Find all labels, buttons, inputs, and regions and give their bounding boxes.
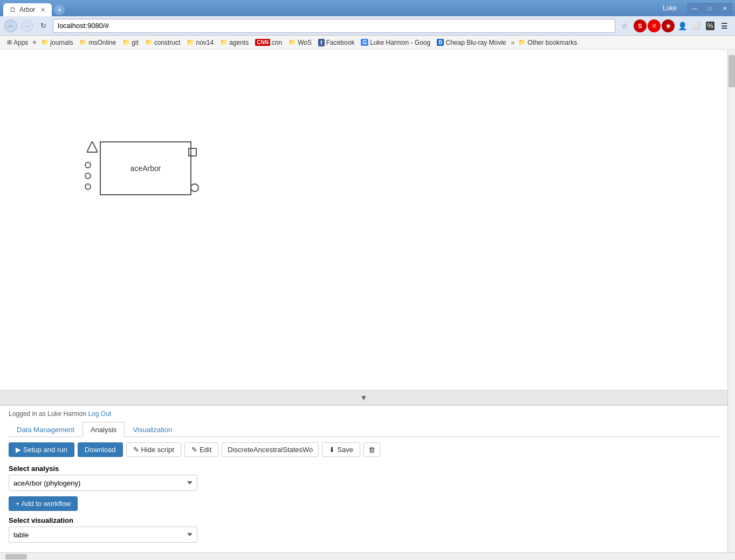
tab-data-management[interactable]: Data Management (9, 422, 83, 437)
bookmark-nov14[interactable]: 📁 nov14 (184, 38, 216, 47)
wos-label: WoS (298, 39, 312, 46)
other-bookmarks-label: Other bookmarks (527, 39, 577, 46)
input-connector-1[interactable] (85, 162, 91, 168)
other-bookmarks[interactable]: 📁 Other bookmarks (516, 38, 580, 47)
scrollbar-thumb[interactable] (729, 55, 735, 87)
setup-run-button[interactable]: ▶ Setup and run (9, 442, 74, 457)
folder-icon: 📁 (145, 39, 153, 46)
bookmark-bluray[interactable]: B Cheap Blu-ray Movie (434, 38, 509, 47)
ext-icon-3[interactable]: ◉ (662, 19, 675, 32)
download-button[interactable]: Download (78, 442, 123, 457)
minimize-button[interactable]: — (688, 3, 702, 13)
window-user-label: Luke (663, 4, 677, 12)
bookmarks-bar: ⊞ Apps ★ 📁 journals 📁 msOnline 📁 git 📁 c… (0, 36, 735, 50)
folder-icon: 📁 (79, 39, 87, 46)
tab-icon: 🗋 (10, 6, 16, 13)
workflow-node[interactable]: aceArbor (78, 136, 197, 201)
bookmark-wos[interactable]: 📁 WoS (286, 38, 314, 47)
cnn-label: cnn (272, 39, 282, 46)
select-visualization-label: Select visualization (9, 516, 719, 524)
add-workflow-group: + Add to workflow (9, 496, 719, 511)
construct-label: construct (154, 39, 181, 46)
h-scrollbar-thumb[interactable] (5, 554, 27, 559)
tab-analysis[interactable]: Analysis (83, 422, 125, 437)
folder-icon: 📁 (518, 39, 526, 46)
login-text: Logged in as Luke Harmon (9, 410, 86, 418)
ext-icon-1[interactable]: S (634, 19, 647, 32)
new-tab-button[interactable]: + (54, 4, 65, 15)
bookmark-apps[interactable]: ⊞ Apps (4, 38, 31, 47)
select-analysis-group: Select analysis aceArbor (phylogeny) Oth… (9, 465, 719, 491)
journals-label: journals (50, 39, 73, 46)
ext-icon-4[interactable]: 👤 (676, 19, 689, 32)
luke-harmon-label: Luke Harmon - Goog (370, 39, 430, 46)
bookmark-luke-harmon[interactable]: G Luke Harmon - Goog (358, 38, 433, 47)
vertical-scrollbar[interactable] (727, 50, 735, 552)
browser-tab[interactable]: 🗋 Arbor ✕ (3, 3, 52, 16)
download-save-icon: ⬇ (329, 446, 335, 454)
bottom-panel: Logged in as Luke Harmon Log Out Data Ma… (0, 405, 727, 552)
logout-link[interactable]: Log Out (88, 410, 111, 418)
apps-label: Apps (13, 39, 28, 46)
close-button[interactable]: ✕ (718, 3, 732, 13)
bookmark-facebook[interactable]: f Facebook (315, 38, 357, 47)
node-box[interactable]: aceArbor (100, 141, 191, 195)
tab-bar-area: 🗋 Arbor ✕ + (3, 0, 661, 16)
tab-close-button[interactable]: ✕ (40, 6, 45, 13)
output-connector-square[interactable] (188, 148, 197, 156)
folder-icon: 📁 (220, 39, 228, 46)
save-button[interactable]: ⬇ Save (322, 442, 360, 457)
ext-icon-5[interactable]: ⬜ (690, 19, 703, 32)
title-bar: 🗋 Arbor ✕ + Luke — □ ✕ (0, 0, 735, 16)
ext-icon-6[interactable]: % (704, 19, 717, 32)
forward-button[interactable]: → (20, 19, 33, 32)
visualization-select[interactable]: table chart (9, 527, 197, 543)
workflow-name-badge: DiscreteAncestralStatesWo (222, 442, 319, 457)
bluray-label: Cheap Blu-ray Movie (445, 39, 506, 46)
input-connector-2[interactable] (85, 173, 91, 179)
edit-icon: ✎ (191, 446, 197, 454)
google-icon: G (361, 39, 368, 46)
hide-script-button[interactable]: ✎ Hide script (126, 442, 181, 457)
folder-icon: 📁 (41, 39, 49, 46)
more-bookmarks-button[interactable]: » (511, 39, 515, 46)
refresh-button[interactable]: ↻ (37, 19, 50, 32)
bookmark-construct[interactable]: 📁 construct (142, 38, 183, 47)
nov14-label: nov14 (196, 39, 214, 46)
add-to-workflow-button[interactable]: + Add to workflow (9, 496, 78, 511)
page-content: aceArbor ▼ Logged in as Luke Harmon Lo (0, 50, 727, 552)
folder-icon: 📁 (122, 39, 130, 46)
facebook-label: Facebook (326, 39, 355, 46)
chevron-down-icon: ▼ (360, 393, 368, 402)
menu-icon[interactable]: ☰ (718, 19, 731, 32)
star-icon: ★ (32, 39, 37, 46)
back-button[interactable]: ← (4, 19, 17, 32)
delete-button[interactable]: 🗑 (363, 442, 380, 457)
url-input[interactable] (53, 19, 615, 33)
tab-label: Arbor (19, 6, 35, 13)
ext-icon-2[interactable]: ⊘ (648, 19, 661, 32)
bookmark-journals[interactable]: 📁 journals (38, 38, 75, 47)
analysis-toolbar: ▶ Setup and run Download ✎ Hide script ✎… (9, 442, 719, 457)
play-icon: ▶ (16, 446, 21, 454)
edit-button[interactable]: ✎ Edit (184, 442, 218, 457)
tab-visualization[interactable]: Visualization (125, 422, 180, 437)
bookmark-msOnline[interactable]: 📁 msOnline (77, 38, 119, 47)
maximize-button[interactable]: □ (703, 3, 717, 13)
bookmark-star-icon[interactable]: ☆ (619, 20, 630, 32)
chrome-window: 🗋 Arbor ✕ + Luke — □ ✕ ← → ↻ ☆ S ⊘ ◉ (0, 0, 735, 560)
apps-icon: ⊞ (7, 39, 12, 46)
analysis-select[interactable]: aceArbor (phylogeny) Other analysis (9, 475, 197, 491)
workflow-canvas[interactable]: aceArbor (0, 50, 727, 390)
horizontal-scrollbar[interactable] (0, 552, 735, 560)
svg-marker-0 (87, 141, 98, 152)
bookmark-git[interactable]: 📁 git (120, 38, 141, 47)
panel-divider[interactable]: ▼ (0, 390, 727, 405)
output-connector-circle[interactable] (190, 183, 199, 192)
triangle-connector-icon (87, 141, 98, 153)
bookmark-cnn[interactable]: CNN cnn (252, 38, 285, 47)
select-analysis-label: Select analysis (9, 465, 719, 473)
tab-navigation: Data Management Analysis Visualization (9, 422, 719, 437)
input-connector-3[interactable] (85, 183, 91, 190)
bookmark-agents[interactable]: 📁 agents (217, 38, 251, 47)
